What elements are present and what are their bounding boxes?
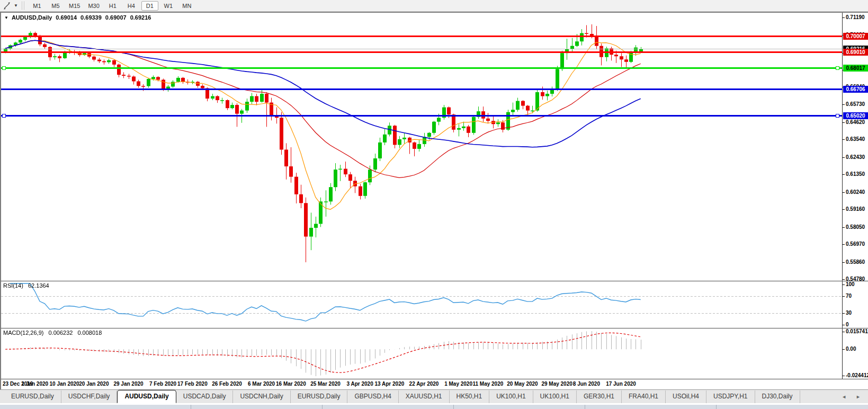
timeframe-button-m1[interactable]: M1 (29, 1, 46, 11)
timeframe-button-w1[interactable]: W1 (160, 1, 177, 11)
date-label: 26 Feb 2020 (212, 381, 242, 387)
chart-tab-hk50-h1[interactable]: HK50,H1 (450, 390, 490, 403)
tab-scroll-arrows: ◄ ► (842, 394, 868, 399)
macd-signal-value: 0.008018 (77, 330, 102, 336)
top-toolbar: ▼ M1M5M15M30H1H4D1W1MN (0, 0, 868, 12)
price-level-label: 0.68017 (843, 65, 868, 72)
chart-dropdown-icon[interactable]: ▼ (4, 15, 8, 20)
support-line[interactable] (1, 88, 842, 90)
rsi-value: 62.1364 (28, 282, 49, 289)
support-line[interactable] (1, 67, 842, 69)
price-tick: 0.58050 (843, 224, 865, 230)
chart-tab-audusd-daily[interactable]: AUDUSD,Daily (117, 390, 176, 403)
current-price-line[interactable] (1, 49, 842, 49)
mt4-workspace: ▼ M1M5M15M30H1H4D1W1MN ▼ AUDUSD,Daily 0.… (0, 0, 868, 409)
line-handle[interactable] (836, 66, 839, 70)
macd-axis: 0.0157410.00-0.024412 (842, 328, 868, 379)
timeframe-button-d1[interactable]: D1 (141, 1, 158, 11)
resistance-line[interactable] (1, 51, 842, 53)
macd-pane: MACD(12,26,9) 0.006232 0.008018 0.015741… (1, 328, 868, 379)
symbol-period-label: AUDUSD,Daily (12, 14, 52, 21)
date-label: 6 Mar 2020 (248, 381, 275, 387)
date-label: 10 Jan 2020 (50, 381, 79, 387)
rsi-tick: 0 (843, 322, 849, 328)
chart-tab-usdcnh-daily[interactable]: USDCNH,Daily (233, 390, 290, 403)
close-value: 0.69216 (130, 14, 151, 21)
price-tick: 0.71190 (843, 14, 865, 21)
chart-tab-usdjpy-h1[interactable]: USDJPY,H1 (706, 390, 755, 403)
date-label: 29 Jan 2020 (113, 381, 143, 387)
chart-tab-eurusd-daily[interactable]: EURUSD,Daily (291, 390, 348, 403)
macd-main-value: 0.006232 (48, 330, 73, 336)
chart-tabs: EURUSD,DailyUSDCHF,DailyAUDUSD,DailyUSDC… (4, 390, 800, 403)
tab-scroll-right-icon[interactable]: ► (856, 394, 861, 399)
date-axis: 23 Dec 20191 Jan 202010 Jan 202020 Jan 2… (1, 379, 868, 389)
price-tick: 0.54780 (843, 276, 865, 281)
resistance-line[interactable] (1, 35, 842, 37)
panel-edge-separator (191, 405, 191, 409)
macd-tick: -0.024412 (843, 372, 868, 379)
chart-tab-eurusd-daily[interactable]: EURUSD,Daily (4, 390, 61, 403)
chart-tab-fra40-h1[interactable]: FRA40,H1 (622, 390, 666, 403)
line-handle[interactable] (2, 114, 6, 118)
line-handle[interactable] (836, 114, 839, 118)
chart-cursor-icon[interactable] (2, 1, 12, 11)
timeframe-button-mn[interactable]: MN (178, 1, 195, 11)
rsi-pane: RSI(14) 62.1364 10070300 (1, 281, 868, 328)
price-tick: 0.62430 (843, 154, 865, 161)
panel-edge-separator (585, 405, 585, 409)
bottom-panel-edge (0, 405, 868, 409)
chart-tab-dj30-daily[interactable]: DJ30,Daily (755, 390, 800, 403)
price-level-label: 0.65020 (843, 112, 868, 119)
date-label: 1 Jan 2020 (21, 381, 48, 387)
open-value: 0.69014 (56, 14, 77, 21)
rsi-axis: 10070300 (842, 281, 868, 328)
rsi-tick: 70 (843, 293, 852, 299)
price-axis: 0.711900.700800.689700.679200.668400.657… (842, 13, 868, 281)
rsi-tick: 100 (843, 281, 855, 288)
date-label: 8 Jun 2020 (573, 381, 600, 387)
price-level-label: 0.66706 (843, 86, 868, 93)
date-label: 13 Apr 2020 (375, 381, 405, 387)
support-line[interactable] (1, 115, 842, 117)
price-tick: 0.63540 (843, 136, 865, 143)
toolbar-grip[interactable] (22, 2, 24, 10)
chart-tab-uk100-h1[interactable]: UK100,H1 (533, 390, 577, 403)
rsi-tick: 30 (843, 310, 852, 316)
chart-tab-xauusd-h1[interactable]: XAUUSD,H1 (399, 390, 450, 403)
date-label: 17 Feb 2020 (177, 381, 208, 387)
date-label: 16 Mar 2020 (276, 381, 306, 387)
macd-tick: 0.015741 (843, 328, 868, 335)
low-value: 0.69007 (105, 14, 127, 21)
chart-tab-ger30-h1[interactable]: GER30,H1 (577, 390, 622, 403)
date-label: 20 May 2020 (507, 381, 538, 387)
chart-window: ▼ AUDUSD,Daily 0.69014 0.69339 0.69007 0… (0, 12, 868, 389)
timeframe-button-m5[interactable]: M5 (47, 1, 64, 11)
line-handle[interactable] (2, 66, 6, 70)
rsi-canvas[interactable] (1, 281, 842, 328)
panel-edge-separator (453, 405, 454, 409)
chart-tab-uk100-h1[interactable]: UK100,H1 (489, 390, 533, 403)
chart-tab-usdchf-daily[interactable]: USDCHF,Daily (61, 390, 118, 403)
date-label: 11 May 2020 (472, 381, 503, 387)
timeframe-buttons: M1M5M15M30H1H4D1W1MN (29, 1, 197, 11)
timeframe-button-m30[interactable]: M30 (85, 1, 102, 11)
price-tick: 0.59160 (843, 206, 865, 212)
chart-tab-gbpusd-h4[interactable]: GBPUSD,H4 (347, 390, 398, 403)
price-chart-pane: ▼ AUDUSD,Daily 0.69014 0.69339 0.69007 0… (1, 13, 868, 281)
chevron-down-icon[interactable]: ▼ (12, 3, 20, 8)
macd-name: MACD(12,26,9) (3, 330, 43, 336)
chart-tab-usoil-h4[interactable]: USOil,H4 (666, 390, 706, 403)
price-level-label: 0.70007 (843, 33, 868, 40)
high-value: 0.69339 (80, 14, 102, 21)
price-tick: 0.56970 (843, 241, 865, 247)
timeframe-button-h1[interactable]: H1 (104, 1, 121, 11)
date-label: 25 Mar 2020 (310, 381, 341, 387)
panel-edge-separator (716, 405, 717, 409)
timeframe-button-h4[interactable]: H4 (123, 1, 140, 11)
date-label: 17 Jun 2020 (606, 381, 636, 387)
tab-scroll-left-icon[interactable]: ◄ (842, 394, 846, 399)
macd-canvas[interactable] (1, 328, 842, 379)
chart-tab-usdcad-daily[interactable]: USDCAD,Daily (176, 390, 234, 403)
timeframe-button-m15[interactable]: M15 (66, 1, 83, 11)
